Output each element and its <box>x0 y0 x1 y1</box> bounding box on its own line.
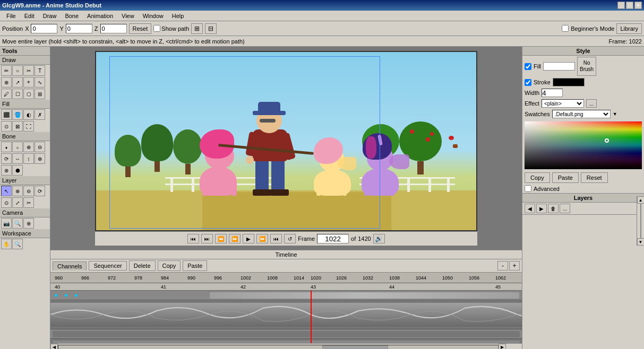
tool-draw-11[interactable]: ⬡ <box>23 89 34 99</box>
tool-draw-9[interactable]: 🖊 <box>1 89 12 99</box>
tool-bone-3[interactable]: ⊕ <box>23 142 34 152</box>
stroke-color[interactable] <box>553 78 585 86</box>
menu-draw[interactable]: Draw <box>39 12 61 20</box>
tool-fill-5[interactable]: ⊙ <box>1 121 12 132</box>
show-path-check[interactable]: Show path <box>153 25 189 32</box>
y-input[interactable] <box>66 24 92 33</box>
fill-color[interactable] <box>543 62 575 71</box>
color-picker[interactable] <box>525 121 642 169</box>
anim-prev-key[interactable]: ⏭ <box>201 234 213 243</box>
layers-scrollbar-v[interactable]: ▲ ▼ <box>637 196 644 246</box>
stroke-checkbox[interactable] <box>525 79 531 86</box>
z-input[interactable] <box>100 24 127 33</box>
anim-prev[interactable]: ⏪ <box>215 234 227 243</box>
paste-style-btn[interactable]: Paste <box>552 172 579 183</box>
close-btn[interactable]: × <box>634 2 642 9</box>
tool-camera-1[interactable]: 📷 <box>1 218 12 229</box>
layer-tool-1[interactable]: ◀ <box>525 204 535 213</box>
reset-style-btn[interactable]: Reset <box>581 172 608 183</box>
library-button[interactable]: Library <box>616 23 642 34</box>
delete-button[interactable]: Delete <box>129 260 156 271</box>
scroll-down-btn[interactable]: ▼ <box>637 238 645 246</box>
effect-select[interactable]: <plain> <box>542 99 584 108</box>
tool-draw-1[interactable]: ✏ <box>1 65 12 76</box>
menu-bone[interactable]: Bone <box>61 12 83 20</box>
beginner-mode-check[interactable]: Beginner's Mode <box>562 25 614 32</box>
menu-help[interactable]: Help <box>168 12 188 20</box>
menu-window[interactable]: Window <box>139 12 168 20</box>
tool-bone-1[interactable]: ⬧ <box>1 142 12 152</box>
icon-btn-2[interactable]: ⊟ <box>205 23 217 34</box>
speaker-button[interactable]: 🔊 <box>373 234 385 243</box>
tool-bone-5[interactable]: ⟳ <box>1 153 12 164</box>
tool-camera-3[interactable]: ⊕ <box>23 218 34 229</box>
tool-layer-2[interactable]: ⊕ <box>12 186 23 196</box>
tool-draw-4[interactable]: T <box>35 65 45 76</box>
icon-btn-1[interactable]: ⊞ <box>191 23 203 34</box>
x-input[interactable] <box>31 24 57 33</box>
scroll-up-btn[interactable]: ▲ <box>637 196 645 204</box>
scroll-right-btn[interactable]: ▶ <box>499 344 506 350</box>
tool-camera-2[interactable]: 🔍 <box>12 218 23 229</box>
tool-fill-6[interactable]: ⊠ <box>12 121 23 132</box>
tool-draw-12[interactable]: ⊞ <box>35 89 45 99</box>
tool-bone-9[interactable]: ⊗ <box>1 165 12 176</box>
menu-edit[interactable]: Edit <box>20 12 39 20</box>
swatches-select[interactable]: .Default.png <box>552 110 611 118</box>
tool-bone-7[interactable]: ↕ <box>23 153 34 164</box>
anim-play[interactable]: ▶ <box>243 234 254 243</box>
advanced-checkbox[interactable] <box>525 185 531 192</box>
anim-next[interactable]: ⏩ <box>229 234 241 243</box>
tool-fill-4[interactable]: ✗ <box>35 109 45 120</box>
tool-draw-3[interactable]: ✂ <box>23 65 34 76</box>
beginner-mode-checkbox[interactable] <box>562 25 569 32</box>
anim-next-key[interactable]: ⏩ <box>256 234 268 243</box>
width-input[interactable] <box>542 89 563 97</box>
layer-tool-3[interactable]: 🗑 <box>548 204 559 213</box>
window-controls[interactable]: _ □ × <box>617 2 642 9</box>
menu-file[interactable]: File <box>2 12 20 20</box>
tool-layer-4[interactable]: ⟳ <box>35 186 45 196</box>
scroll-track-h[interactable] <box>58 345 499 350</box>
tool-layer-3[interactable]: ⊖ <box>23 186 34 196</box>
zoom-in[interactable]: + <box>509 261 520 271</box>
scroll-thumb-h[interactable] <box>322 345 388 350</box>
minimize-btn[interactable]: _ <box>617 2 625 9</box>
tool-draw-2[interactable]: ○ <box>12 65 23 76</box>
anim-loop[interactable]: ↺ <box>284 234 296 243</box>
tool-bone-2[interactable]: ⬦ <box>12 142 23 152</box>
tool-draw-5[interactable]: ⊕ <box>1 77 12 88</box>
menu-view[interactable]: View <box>117 12 139 20</box>
layer-tool-2[interactable]: ▶ <box>536 204 547 213</box>
tool-fill-3[interactable]: ◐ <box>23 109 34 120</box>
scroll-thumb-v[interactable] <box>640 204 641 238</box>
tool-draw-8[interactable]: ∿ <box>35 77 45 88</box>
anim-last[interactable]: ⏮ <box>270 234 282 243</box>
tool-workspace-1[interactable]: ✋ <box>1 239 12 249</box>
effect-more-btn[interactable]: ... <box>586 99 597 108</box>
fill-checkbox[interactable] <box>525 63 531 70</box>
copy-button[interactable]: Copy <box>158 260 181 271</box>
tool-layer-1[interactable]: ↖ <box>1 186 12 196</box>
tool-fill-1[interactable]: ⬛ <box>1 109 12 120</box>
tool-fill-2[interactable]: 🪣 <box>12 109 23 120</box>
tool-draw-7[interactable]: ⌖ <box>23 77 34 88</box>
tool-workspace-2[interactable]: 🔍 <box>12 239 23 249</box>
swatches-dropdown-icon[interactable]: ▼ <box>613 111 617 117</box>
advanced-check[interactable]: Advanced <box>522 184 644 193</box>
no-brush-btn[interactable]: NoBrush <box>577 57 596 76</box>
tool-draw-6[interactable]: ↗ <box>12 77 23 88</box>
copy-style-btn[interactable]: Copy <box>525 172 550 183</box>
tool-bone-6[interactable]: ↔ <box>12 153 23 164</box>
tool-draw-10[interactable]: ☐ <box>12 89 23 99</box>
tool-bone-4[interactable]: ⊖ <box>35 142 45 152</box>
timeline-scrollbar-h[interactable]: ◀ ▶ <box>50 343 522 349</box>
zoom-out[interactable]: - <box>497 261 508 271</box>
tool-layer-6[interactable]: ⤢ <box>12 197 23 208</box>
tool-layer-5[interactable]: ⊙ <box>1 197 12 208</box>
show-path-checkbox[interactable] <box>153 25 160 32</box>
color-spectrum[interactable] <box>525 121 642 169</box>
timeline-body[interactable] <box>50 291 522 343</box>
tab-sequencer[interactable]: Sequencer <box>89 261 126 271</box>
scroll-left-btn[interactable]: ◀ <box>50 344 58 350</box>
